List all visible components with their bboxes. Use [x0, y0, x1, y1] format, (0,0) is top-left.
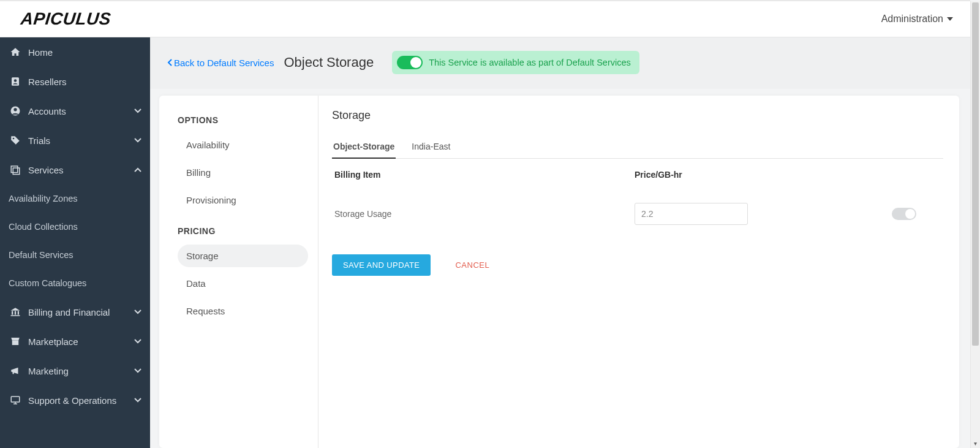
sidebar-sub-label: Availability Zones [9, 194, 78, 203]
pricing-heading: PRICING [178, 226, 308, 236]
option-availability[interactable]: Availability [178, 134, 308, 156]
sidebar-sub-cloud-collections[interactable]: Cloud Collections [0, 213, 150, 241]
sidebar-item-billing-financial[interactable]: Billing and Financial [0, 297, 150, 327]
logo: APICULUS [20, 9, 111, 29]
form-actions: SAVE AND UPDATE CANCEL [332, 254, 943, 276]
pricing-row: Storage Usage [332, 192, 943, 236]
svg-point-1 [14, 79, 17, 82]
sidebar-item-accounts[interactable]: Accounts [0, 96, 150, 126]
layers-icon [9, 164, 22, 175]
sidebar-sub-label: Custom Catalogues [9, 278, 86, 288]
chevron-left-icon [167, 59, 173, 66]
main-card: OPTIONS Availability Billing Provisionin… [159, 96, 959, 448]
option-storage[interactable]: Storage [178, 245, 308, 267]
options-heading: OPTIONS [178, 115, 308, 125]
sidebar-item-resellers[interactable]: Resellers [0, 67, 150, 96]
store-icon [9, 336, 22, 347]
sidebar-item-home[interactable]: Home [0, 37, 150, 67]
svg-rect-12 [11, 397, 20, 402]
chevron-down-icon [134, 339, 141, 344]
row-enabled-toggle[interactable] [892, 208, 916, 220]
service-enabled-toggle[interactable] [397, 56, 423, 69]
caret-down-icon [947, 17, 953, 21]
sidebar-label: Services [28, 165, 64, 175]
sidebar-item-services[interactable]: Services [0, 155, 150, 184]
chevron-down-icon [134, 108, 141, 113]
sidebar-label: Marketplace [28, 336, 78, 347]
sidebar-label: Billing and Financial [28, 307, 110, 317]
bank-icon [9, 306, 22, 317]
option-provisioning[interactable]: Provisioning [178, 189, 308, 211]
tabs: Object-Storage India-East [332, 137, 943, 159]
sidebar-item-trials[interactable]: Trials [0, 126, 150, 155]
chevron-down-icon [134, 398, 141, 403]
page-title: Object Storage [284, 55, 374, 70]
svg-rect-6 [13, 168, 20, 175]
svg-rect-11 [12, 341, 19, 346]
options-panel: OPTIONS Availability Billing Provisionin… [159, 96, 318, 448]
col-price: Price/GB-hr [635, 170, 873, 180]
save-button[interactable]: SAVE AND UPDATE [332, 254, 431, 276]
window-scrollbar[interactable]: ▾ [970, 1, 980, 448]
service-status-pill: This Service is available as part of Def… [392, 51, 639, 74]
administration-dropdown[interactable]: Administration [881, 13, 953, 25]
price-input[interactable] [635, 203, 748, 225]
home-icon [9, 47, 22, 58]
sidebar-sub-default-services[interactable]: Default Services [0, 241, 150, 269]
sidebar-item-marketplace[interactable]: Marketplace [0, 327, 150, 356]
sidebar-item-support-operations[interactable]: Support & Operations [0, 385, 150, 415]
status-text: This Service is available as part of Def… [429, 58, 631, 67]
sidebar-label: Resellers [28, 77, 67, 87]
tab-india-east[interactable]: India-East [410, 137, 451, 158]
svg-rect-7 [12, 311, 13, 315]
sidebar-label: Accounts [28, 106, 66, 116]
content-title: Storage [332, 109, 943, 122]
cancel-button[interactable]: CANCEL [455, 260, 489, 270]
sidebar-label: Home [28, 47, 53, 58]
svg-point-3 [13, 108, 17, 111]
chevron-down-icon [134, 309, 141, 314]
chevron-down-icon [134, 368, 141, 373]
sidebar-sub-label: Default Services [9, 250, 74, 260]
user-circle-icon [9, 105, 22, 116]
back-link[interactable]: Back to Default Services [167, 58, 274, 68]
admin-label: Administration [881, 13, 943, 25]
svg-rect-10 [11, 315, 20, 316]
sidebar-sub-label: Cloud Collections [9, 222, 78, 232]
user-badge-icon [9, 76, 22, 87]
sidebar-sub-availability-zones[interactable]: Availability Zones [0, 184, 150, 213]
monitor-icon [9, 395, 22, 406]
scrollbar-down-arrow[interactable]: ▾ [971, 438, 980, 448]
sidebar-item-marketing[interactable]: Marketing [0, 356, 150, 385]
sidebar-label: Marketing [28, 366, 69, 376]
sidebar: Home Resellers Accounts Trials Services [0, 37, 150, 448]
page-header: Back to Default Services Object Storage … [150, 37, 970, 89]
tab-object-storage[interactable]: Object-Storage [332, 137, 396, 159]
row-billing-item: Storage Usage [334, 209, 635, 219]
col-billing-item: Billing Item [334, 170, 635, 180]
scrollbar-thumb[interactable] [972, 2, 979, 346]
svg-rect-9 [18, 311, 19, 315]
option-data[interactable]: Data [178, 272, 308, 295]
chevron-down-icon [134, 138, 141, 143]
chevron-up-icon [134, 167, 141, 172]
tag-icon [9, 135, 22, 146]
back-label: Back to Default Services [174, 58, 274, 68]
svg-rect-5 [11, 166, 18, 173]
svg-rect-8 [15, 311, 16, 315]
option-requests[interactable]: Requests [178, 300, 308, 322]
pricing-table-header: Billing Item Price/GB-hr [332, 166, 943, 192]
sidebar-label: Support & Operations [28, 395, 116, 406]
megaphone-icon [9, 365, 22, 376]
sidebar-label: Trials [28, 135, 50, 146]
sidebar-sub-custom-catalogues[interactable]: Custom Catalogues [0, 269, 150, 297]
option-billing[interactable]: Billing [178, 161, 308, 184]
svg-point-4 [13, 138, 15, 140]
content-panel: Storage Object-Storage India-East Billin… [318, 96, 959, 448]
topbar: APICULUS Administration [0, 0, 970, 37]
